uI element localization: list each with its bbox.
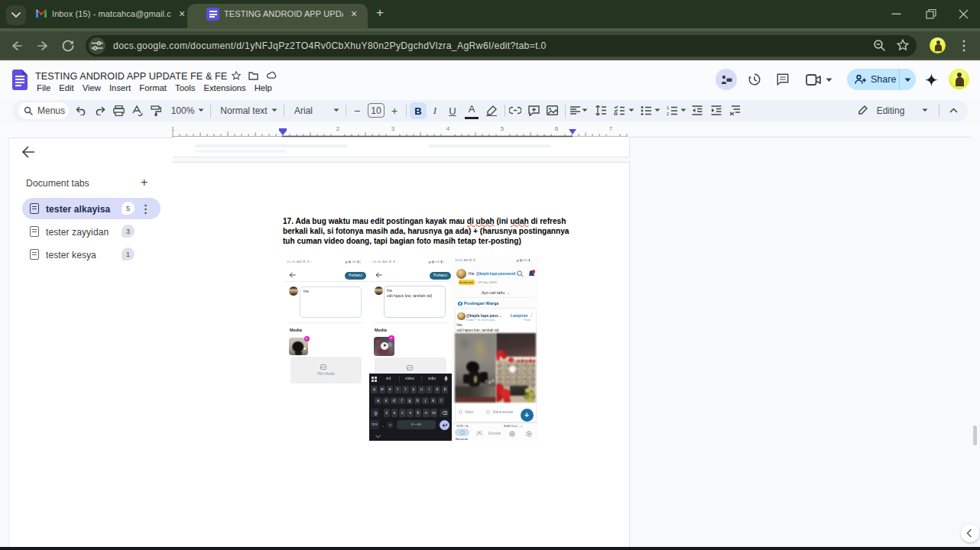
svg-text:1: 1 — [667, 105, 670, 110]
svg-text:4: 4 — [446, 125, 450, 132]
svg-text:1: 1 — [172, 125, 175, 132]
svg-text:7: 7 — [609, 125, 613, 132]
svg-text:2: 2 — [667, 112, 670, 115]
svg-text:6: 6 — [555, 125, 559, 132]
svg-text:3: 3 — [391, 125, 395, 132]
svg-text:2: 2 — [336, 125, 340, 132]
svg-text:5: 5 — [501, 125, 505, 132]
